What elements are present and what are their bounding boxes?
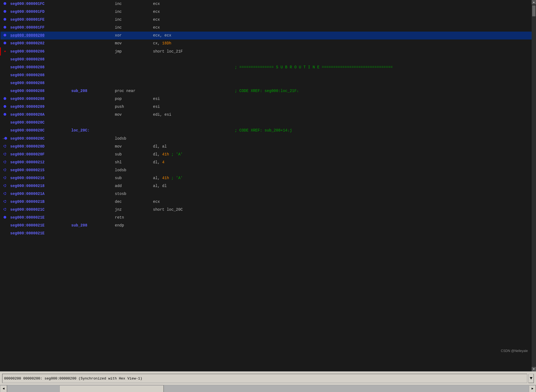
- table-row[interactable]: seg000:0000021Astosb: [1, 190, 536, 198]
- table-row[interactable]: seg000:0000020Amovedi, esi: [1, 111, 536, 119]
- address-cell[interactable]: seg000:0000021C: [9, 206, 69, 214]
- table-row[interactable]: seg000:000001FEincecx: [1, 16, 536, 24]
- bullet-icon: [4, 113, 6, 116]
- address-cell[interactable]: seg000:0000021E: [9, 214, 69, 222]
- address-cell[interactable]: seg000:00000208: [9, 79, 69, 87]
- label-cell: [69, 56, 113, 63]
- table-row[interactable]: →seg000:0000020Clodsb: [1, 134, 536, 143]
- label-cell: [69, 32, 113, 39]
- address-cell[interactable]: seg000:00000208: [9, 95, 69, 103]
- address-cell[interactable]: seg000:0000020C: [9, 119, 69, 127]
- address-cell[interactable]: seg000:00000206: [9, 47, 69, 56]
- table-row[interactable]: seg000:0000021E: [1, 229, 536, 237]
- disassembly-table: seg000:000001FCincecxseg000:000001FDince…: [0, 0, 536, 237]
- status-scroll-down[interactable]: ▼: [528, 374, 534, 383]
- table-row[interactable]: seg000:0000020Cloc_20C:; CODE XREF: sub_…: [1, 127, 536, 134]
- address-cell[interactable]: seg000:00000202: [9, 39, 69, 47]
- operand-part: ; 'A': [169, 176, 183, 180]
- table-row[interactable]: seg000:0000021Eretn: [1, 214, 536, 222]
- address-cell[interactable]: seg000:000001FF: [9, 24, 69, 32]
- comment-cell: ; =============== S U B R O U T I N E ==…: [233, 63, 536, 71]
- address-cell[interactable]: seg000:00000208: [9, 71, 69, 79]
- table-row[interactable]: seg000:00000208: [1, 71, 536, 79]
- table-row[interactable]: seg000:0000021Bdececx: [1, 198, 536, 206]
- table-row[interactable]: seg000:00000208popesi: [1, 95, 536, 103]
- address-label: seg000:0000020C: [10, 120, 45, 125]
- table-row[interactable]: seg000:00000209pushesi: [1, 103, 536, 111]
- address-cell[interactable]: seg000:0000021E: [9, 222, 69, 229]
- label-cell: [69, 158, 113, 166]
- address-cell[interactable]: seg000:0000020C: [9, 134, 69, 143]
- comment-cell: [233, 182, 536, 190]
- table-row[interactable]: seg000:0000020Dmovdl, al: [1, 143, 536, 151]
- address-cell[interactable]: seg000:000001FD: [9, 8, 69, 16]
- scroll-thumb[interactable]: [532, 5, 535, 16]
- operand-text: edi, esi: [153, 112, 171, 117]
- address-label: seg000:00000218: [10, 184, 45, 188]
- comment-cell: [233, 39, 536, 47]
- dashed-bullet-icon: [4, 208, 6, 211]
- label-cell: [69, 16, 113, 24]
- table-row[interactable]: seg000:00000216subal, 41h ; 'A': [1, 174, 536, 182]
- table-row[interactable]: seg000:00000208sub_208proc near; CODE XR…: [1, 87, 536, 95]
- address-cell[interactable]: seg000:0000020C: [9, 127, 69, 134]
- scroll-track[interactable]: [7, 385, 529, 392]
- table-row[interactable]: seg000:00000215lodsb: [1, 166, 536, 174]
- scroll-left-button[interactable]: ◄: [0, 385, 7, 392]
- vertical-scrollbar[interactable]: ▲ ▼: [532, 0, 536, 371]
- comment-cell: [233, 229, 536, 237]
- table-row[interactable]: seg000:00000212shldl, 4: [1, 158, 536, 166]
- scroll-down-button[interactable]: ▼: [532, 367, 536, 371]
- table-row[interactable]: seg000:0000020Fsubdl, 41h ; 'A': [1, 151, 536, 158]
- address-cell[interactable]: seg000:00000209: [9, 103, 69, 111]
- address-label: seg000:0000021E: [10, 223, 45, 228]
- address-cell[interactable]: seg000:000001FC: [9, 0, 69, 8]
- address-cell[interactable]: seg000:0000021E: [9, 229, 69, 237]
- address-cell[interactable]: seg000:0000021B: [9, 198, 69, 206]
- bullet-icon: [4, 26, 6, 29]
- address-cell[interactable]: seg000:00000208: [9, 56, 69, 63]
- address-cell[interactable]: seg000:00000216: [9, 174, 69, 182]
- table-row[interactable]: seg000:00000208: [1, 56, 536, 63]
- address-cell[interactable]: seg000:0000021A: [9, 190, 69, 198]
- label-cell: [69, 47, 113, 56]
- table-row[interactable]: seg000:00000218addal, dl: [1, 182, 536, 190]
- address-cell[interactable]: seg000:00000208: [9, 87, 69, 95]
- label-cell: [69, 206, 113, 214]
- table-row[interactable]: seg000:000001FCincecx: [1, 0, 536, 8]
- table-row[interactable]: seg000:000001FFincecx: [1, 24, 536, 32]
- bullet-cell: [1, 103, 9, 111]
- address-cell[interactable]: seg000:00000200: [9, 32, 69, 39]
- address-label: seg000:0000021C: [10, 207, 45, 212]
- operand-part: 41h: [162, 152, 169, 157]
- table-row[interactable]: seg000:0000020C: [1, 119, 536, 127]
- address-cell[interactable]: seg000:0000020A: [9, 111, 69, 119]
- address-cell[interactable]: seg000:00000212: [9, 158, 69, 166]
- scroll-up-button[interactable]: ▲: [532, 0, 536, 4]
- table-row[interactable]: ●seg000:00000206jmpshort loc_21F: [1, 47, 536, 56]
- label-cell: [69, 174, 113, 182]
- address-cell[interactable]: seg000:0000020D: [9, 143, 69, 151]
- table-row[interactable]: seg000:00000200xorecx, ecx: [1, 32, 536, 39]
- scroll-right-button[interactable]: ►: [529, 385, 536, 392]
- table-row[interactable]: seg000:000001FDincecx: [1, 8, 536, 16]
- table-row[interactable]: seg000:0000021Esub_208endp: [1, 222, 536, 229]
- operands-cell: al, dl: [151, 182, 233, 190]
- bullet-icon: [4, 2, 6, 5]
- mnemonic-cell: retn: [113, 214, 151, 222]
- comment-cell: [233, 32, 536, 39]
- address-cell[interactable]: seg000:000001FE: [9, 16, 69, 24]
- label-cell: [69, 39, 113, 47]
- mnemonic-cell: mov: [113, 39, 151, 47]
- address-cell[interactable]: seg000:00000208: [9, 63, 69, 71]
- scroll-handle[interactable]: [59, 385, 164, 392]
- comment-cell: [233, 79, 536, 87]
- table-row[interactable]: seg000:00000208; =============== S U B R…: [1, 63, 536, 71]
- address-cell[interactable]: seg000:00000215: [9, 166, 69, 174]
- table-row[interactable]: seg000:0000021Cjnzshort loc_20C: [1, 206, 536, 214]
- table-row[interactable]: seg000:00000208: [1, 79, 536, 87]
- code-label: sub_208: [71, 89, 87, 93]
- table-row[interactable]: seg000:00000202movcx, 18Dh: [1, 39, 536, 47]
- address-cell[interactable]: seg000:00000218: [9, 182, 69, 190]
- address-cell[interactable]: seg000:0000020F: [9, 151, 69, 158]
